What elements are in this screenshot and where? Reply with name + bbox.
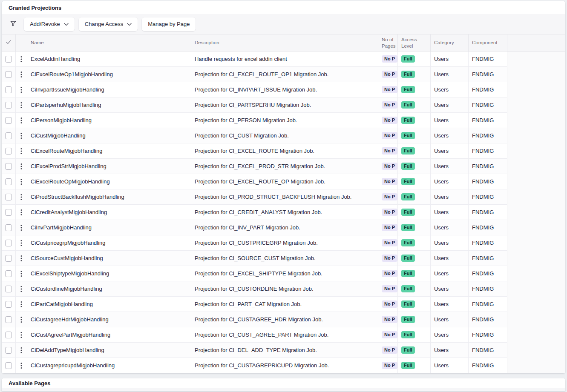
column-header-access[interactable]: Access Level bbox=[398, 34, 431, 51]
table-row[interactable]: CiProdStructBackflushMigjobHandling Proj… bbox=[2, 189, 507, 205]
row-checkbox[interactable] bbox=[5, 332, 12, 338]
kebab-icon[interactable] bbox=[16, 235, 27, 250]
row-checkbox[interactable] bbox=[5, 362, 12, 369]
row-checkbox[interactable] bbox=[5, 270, 12, 277]
cell-pages: No P bbox=[378, 113, 398, 128]
table-row[interactable]: CiDelAddTypeMigjobHandling Projection fo… bbox=[2, 343, 507, 358]
row-checkbox-cell bbox=[2, 143, 16, 158]
row-checkbox[interactable] bbox=[5, 240, 12, 246]
row-checkbox[interactable] bbox=[5, 163, 12, 170]
cell-component: FNDMIG bbox=[469, 113, 507, 128]
row-checkbox[interactable] bbox=[5, 224, 12, 231]
table-row[interactable]: CiPartCatMigjobHandling Projection for C… bbox=[2, 297, 507, 312]
cell-description: Projection for CI_INVPART_ISSUE Migratio… bbox=[191, 82, 378, 97]
row-checkbox[interactable] bbox=[5, 86, 12, 93]
row-checkbox[interactable] bbox=[5, 148, 12, 155]
table-row[interactable]: ExcelAddinHandling Handle requests for e… bbox=[2, 52, 507, 67]
add-revoke-button[interactable]: Add/Revoke bbox=[24, 17, 75, 31]
table-row[interactable]: CiPersonMigjobHandling Projection for CI… bbox=[2, 113, 507, 128]
column-header-pages[interactable]: No of Pages bbox=[378, 34, 398, 51]
row-checkbox[interactable] bbox=[5, 209, 12, 216]
row-checkbox[interactable] bbox=[5, 301, 12, 308]
table-row[interactable]: CiInvPartMigjobHandling Projection for C… bbox=[2, 220, 507, 235]
table-row[interactable]: CiSourceCustMigjobHandling Projection fo… bbox=[2, 251, 507, 266]
table-row[interactable]: CiCustAgreePartMigjobHandling Projection… bbox=[2, 327, 507, 343]
column-header-description[interactable]: Description bbox=[191, 34, 378, 51]
table-row[interactable]: CiCustMigjobHandling Projection for CI_C… bbox=[2, 128, 507, 143]
kebab-icon[interactable] bbox=[16, 327, 27, 342]
cell-name: CiCreditAnalystMigjobHandling bbox=[27, 205, 191, 220]
row-checkbox[interactable] bbox=[5, 71, 12, 78]
kebab-icon[interactable] bbox=[16, 159, 27, 174]
access-level-badge: Full bbox=[401, 117, 415, 124]
column-header-component[interactable]: Component bbox=[469, 34, 507, 51]
table-row[interactable]: CiCustordlineMigjobHandling Projection f… bbox=[2, 281, 507, 297]
cell-category: Users bbox=[431, 143, 469, 158]
kebab-icon[interactable] bbox=[16, 52, 27, 66]
kebab-icon[interactable] bbox=[16, 113, 27, 128]
kebab-icon[interactable] bbox=[16, 189, 27, 204]
column-header-name[interactable]: Name bbox=[27, 34, 191, 51]
table-row[interactable]: CiCustagreeHdrMigjobHandling Projection … bbox=[2, 312, 507, 327]
kebab-icon[interactable] bbox=[16, 358, 27, 373]
row-checkbox-cell bbox=[2, 358, 16, 373]
kebab-icon[interactable] bbox=[16, 174, 27, 189]
table-row[interactable]: CiCustpricegrpMigjobHandling Projection … bbox=[2, 235, 507, 251]
row-checkbox[interactable] bbox=[5, 178, 12, 185]
table-row[interactable]: CiExcelRouteMigjobHandling Projection fo… bbox=[2, 143, 507, 159]
kebab-icon[interactable] bbox=[16, 97, 27, 112]
column-header-category[interactable]: Category bbox=[431, 34, 469, 51]
kebab-icon[interactable] bbox=[16, 281, 27, 296]
change-access-button[interactable]: Change Access bbox=[79, 17, 138, 31]
cell-pages: No P bbox=[378, 281, 398, 296]
cell-component: FNDMIG bbox=[469, 205, 507, 220]
cell-pages: No P bbox=[378, 82, 398, 97]
row-checkbox[interactable] bbox=[5, 347, 12, 354]
kebab-icon[interactable] bbox=[16, 128, 27, 143]
table-row[interactable]: CiCustagrepricupdMigjobHandling Projecti… bbox=[2, 358, 507, 373]
row-checkbox[interactable] bbox=[5, 286, 12, 292]
access-level-badge: Full bbox=[401, 362, 415, 369]
manage-by-page-button[interactable]: Manage by Page bbox=[142, 17, 196, 31]
table-row[interactable]: CiExcelProdStrMigjobHandling Projection … bbox=[2, 159, 507, 174]
cell-name: CiExcelProdStrMigjobHandling bbox=[27, 159, 191, 174]
row-checkbox[interactable] bbox=[5, 132, 12, 139]
kebab-icon[interactable] bbox=[16, 220, 27, 235]
cell-component: FNDMIG bbox=[469, 189, 507, 204]
cell-access: Full bbox=[398, 159, 431, 174]
table-row[interactable]: CiExcelRouteOpMigjobHandling Projection … bbox=[2, 174, 507, 189]
table-row[interactable]: CiExcelRouteOp1MigjobHandling Projection… bbox=[2, 67, 507, 82]
row-menu-cell bbox=[16, 220, 27, 235]
row-checkbox-cell bbox=[2, 266, 16, 281]
table-row[interactable]: CiInvpartIssueMigjobHandling Projection … bbox=[2, 82, 507, 97]
table-row[interactable]: CiPartsperhuMigjobHandling Projection fo… bbox=[2, 97, 507, 113]
kebab-icon[interactable] bbox=[16, 343, 27, 358]
access-level-badge: Full bbox=[401, 163, 415, 170]
table-row[interactable]: CiExcelShiptypeMigjobHandling Projection… bbox=[2, 266, 507, 281]
cell-access: Full bbox=[398, 251, 431, 266]
table-row[interactable]: CiCreditAnalystMigjobHandling Projection… bbox=[2, 205, 507, 220]
kebab-icon[interactable] bbox=[16, 312, 27, 327]
check-icon bbox=[6, 40, 11, 46]
kebab-icon[interactable] bbox=[16, 67, 27, 82]
kebab-icon[interactable] bbox=[16, 205, 27, 220]
select-all-header[interactable] bbox=[2, 34, 16, 51]
kebab-icon[interactable] bbox=[16, 82, 27, 97]
row-menu-cell bbox=[16, 97, 27, 112]
cell-description: Projection for CI_EXCEL_PROD_STR Migrati… bbox=[191, 159, 378, 174]
row-checkbox[interactable] bbox=[5, 194, 12, 200]
row-checkbox[interactable] bbox=[5, 316, 12, 323]
kebab-icon[interactable] bbox=[16, 297, 27, 312]
row-checkbox[interactable] bbox=[5, 102, 12, 109]
kebab-icon[interactable] bbox=[16, 143, 27, 158]
cell-description: Projection for CI_EXCEL_ROUTE Migration … bbox=[191, 143, 378, 158]
kebab-icon[interactable] bbox=[16, 266, 27, 281]
kebab-icon[interactable] bbox=[16, 251, 27, 266]
filter-button[interactable] bbox=[7, 18, 20, 31]
row-menu-cell bbox=[16, 143, 27, 158]
row-checkbox-cell bbox=[2, 189, 16, 204]
cell-pages: No P bbox=[378, 189, 398, 204]
row-checkbox[interactable] bbox=[5, 56, 12, 63]
row-checkbox[interactable] bbox=[5, 255, 12, 262]
row-checkbox[interactable] bbox=[5, 117, 12, 124]
